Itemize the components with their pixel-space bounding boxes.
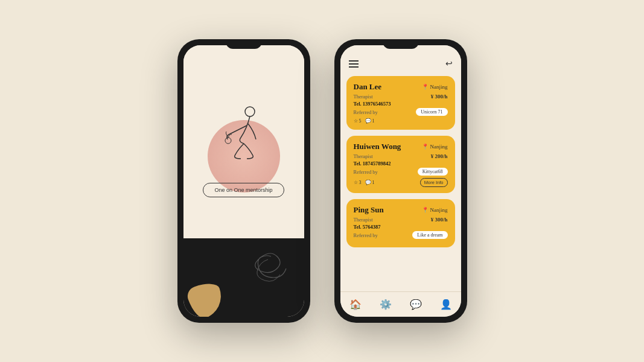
dan-lee-role: Therapist — [354, 94, 373, 100]
ping-sun-role: Therapist — [354, 217, 373, 223]
dan-lee-referred-badge: Unicorn 71 — [416, 108, 447, 116]
dan-lee-tel: Tel. 13976546573 — [354, 101, 391, 107]
huiwen-wong-card[interactable]: Huiwen Wong 📍 Nanjing Therapist ¥ 200/h … — [346, 136, 455, 193]
comment-icon: 💬 — [365, 118, 371, 124]
message-nav-icon[interactable]: 💬 — [410, 299, 422, 310]
back-button[interactable]: ↩ — [445, 59, 453, 69]
dan-lee-card[interactable]: Dan Lee 📍 Nanjing Therapist ¥ 300/h Tel.… — [346, 76, 455, 130]
svg-point-0 — [245, 107, 255, 116]
location-pin-icon: 📍 — [422, 207, 429, 213]
star-icon: ☆ — [354, 180, 358, 185]
left-bottom-section — [183, 238, 304, 317]
right-notch — [383, 39, 419, 49]
dan-lee-name: Dan Lee — [354, 82, 382, 92]
left-notch — [226, 39, 262, 49]
left-top-section: One on One mentorship — [183, 45, 304, 238]
dan-lee-comments: 💬 1 — [365, 118, 375, 124]
huiwen-wong-comments: 💬 1 — [365, 180, 375, 185]
settings-nav-icon[interactable]: ⚙️ — [380, 299, 392, 310]
bottom-nav: 🏠 ⚙️ 💬 👤 — [340, 291, 461, 317]
cookie-decoration — [185, 279, 227, 317]
menu-button[interactable] — [349, 60, 359, 68]
ping-sun-card[interactable]: Ping Sun 📍 Nanjing Therapist ¥ 300/h Tel… — [346, 199, 455, 247]
ping-sun-name: Ping Sun — [354, 205, 384, 215]
location-pin-icon: 📍 — [422, 144, 429, 150]
ping-sun-referred-badge: Like a dream — [412, 231, 447, 239]
therapist-cards-list: Dan Lee 📍 Nanjing Therapist ¥ 300/h Tel.… — [340, 74, 461, 291]
right-screen: ↩ Dan Lee 📍 Nanjing Therapist ¥ 300/h — [340, 45, 461, 317]
figure-illustration — [211, 98, 277, 177]
dan-lee-location: 📍 Nanjing — [422, 84, 448, 90]
dan-lee-price: ¥ 300/h — [431, 94, 448, 100]
huiwen-wong-location: 📍 Nanjing — [422, 144, 448, 150]
huiwen-wong-price: ¥ 200/h — [431, 153, 448, 159]
more-info-button[interactable]: More Info — [420, 178, 448, 187]
home-nav-icon[interactable]: 🏠 — [349, 299, 362, 310]
huiwen-wong-name: Huiwen Wong — [354, 142, 401, 151]
svg-point-1 — [225, 138, 231, 144]
left-screen: One on One mentorship — [183, 45, 304, 317]
huiwen-wong-referred-label: Referred by — [354, 169, 378, 175]
mentorship-button[interactable]: One on One mentorship — [203, 183, 284, 197]
ping-sun-tel: Tel. 5764387 — [354, 224, 381, 230]
huiwen-wong-tel: Tel. 18745789842 — [354, 160, 391, 167]
comment-icon: 💬 — [365, 180, 371, 185]
huiwen-wong-role: Therapist — [354, 153, 373, 159]
huiwen-wong-stars: ☆ 3 — [354, 180, 362, 185]
left-phone: One on One mentorship — [177, 39, 310, 323]
huiwen-wong-referred-badge: Kittycat68 — [418, 168, 448, 176]
right-phone: ↩ Dan Lee 📍 Nanjing Therapist ¥ 300/h — [334, 39, 467, 323]
dan-lee-stars: ☆ 5 — [354, 118, 362, 124]
ping-sun-location: 📍 Nanjing — [422, 207, 448, 213]
location-pin-icon: 📍 — [422, 84, 429, 90]
ping-sun-referred-label: Referred by — [354, 232, 378, 238]
right-header: ↩ — [340, 45, 461, 74]
ping-sun-price: ¥ 300/h — [431, 217, 448, 223]
scribble-decoration — [250, 250, 292, 287]
dan-lee-referred-label: Referred by — [354, 109, 378, 115]
profile-nav-icon[interactable]: 👤 — [440, 299, 452, 310]
star-icon: ☆ — [354, 118, 358, 124]
